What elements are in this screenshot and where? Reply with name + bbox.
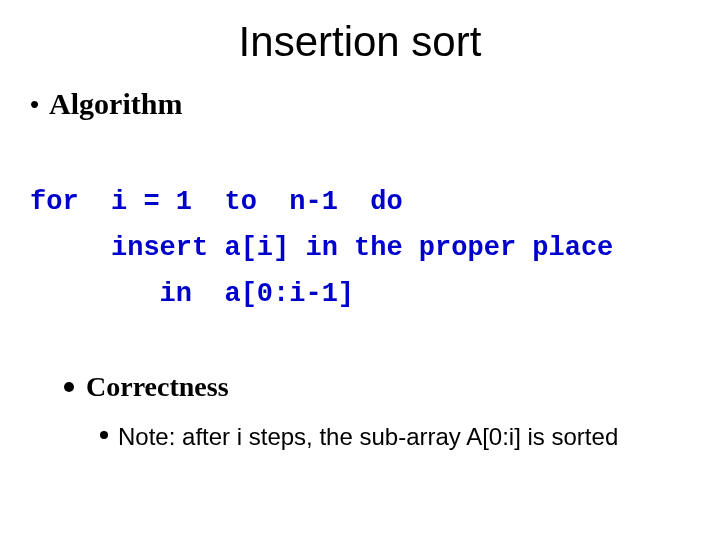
algorithm-label: Algorithm — [49, 88, 182, 120]
bullet-dot-icon: • — [30, 88, 39, 120]
bullet-dot-icon — [64, 382, 74, 392]
bullet-algorithm: • Algorithm — [30, 88, 690, 120]
code-line-1: for i = 1 to n-1 do — [30, 187, 403, 217]
correctness-label: Correctness — [86, 371, 229, 403]
note-text: Note: after i steps, the sub-array A[0:i… — [118, 421, 618, 453]
bullet-correctness: Correctness — [64, 371, 690, 403]
code-line-2: insert a[i] in the proper place — [30, 233, 613, 263]
pseudocode-block: for i = 1 to n-1 do insert a[i] in the p… — [30, 134, 690, 363]
note-row: Note: after i steps, the sub-array A[0:i… — [100, 421, 690, 453]
slide-title: Insertion sort — [30, 18, 690, 66]
slide: Insertion sort • Algorithm for i = 1 to … — [0, 0, 720, 540]
bullet-dot-icon — [100, 431, 108, 439]
code-line-3: in a[0:i-1] — [30, 279, 354, 309]
